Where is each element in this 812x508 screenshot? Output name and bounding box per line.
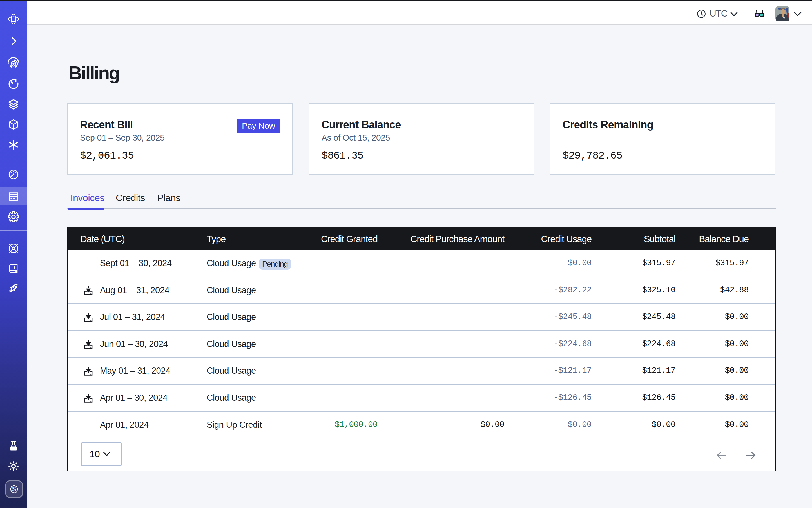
svg-text:$: $ <box>12 485 16 493</box>
